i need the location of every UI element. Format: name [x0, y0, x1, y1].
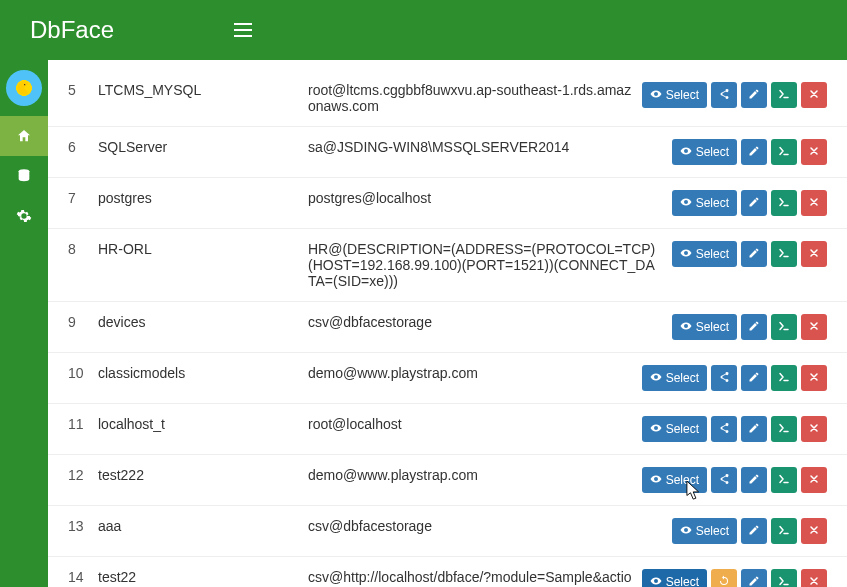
- delete-button[interactable]: [801, 518, 827, 544]
- edit-icon: [748, 320, 760, 335]
- select-button[interactable]: Select: [672, 314, 737, 340]
- connection-name: HR-ORL: [98, 241, 308, 257]
- row-index: 9: [68, 314, 98, 330]
- terminal-button[interactable]: [771, 241, 797, 267]
- row-index: 7: [68, 190, 98, 206]
- close-icon: [808, 247, 820, 262]
- delete-button[interactable]: [801, 467, 827, 493]
- share-icon: [718, 422, 730, 437]
- edit-button[interactable]: [741, 518, 767, 544]
- edit-button[interactable]: [741, 365, 767, 391]
- terminal-button[interactable]: [771, 139, 797, 165]
- terminal-icon: [778, 422, 790, 437]
- user-avatar[interactable]: [6, 70, 42, 106]
- select-button[interactable]: Select: [642, 467, 707, 493]
- connection-string: HR@(DESCRIPTION=(ADDRESS=(PROTOCOL=TCP)(…: [308, 241, 672, 289]
- row-actions: Select: [672, 190, 827, 216]
- edit-button[interactable]: [741, 416, 767, 442]
- sidebar-item-settings[interactable]: [0, 196, 48, 236]
- edit-button[interactable]: [741, 241, 767, 267]
- delete-button[interactable]: [801, 314, 827, 340]
- eye-icon: [680, 524, 692, 539]
- table-row: 6 SQLServer sa@JSDING-WIN8\MSSQLSERVER20…: [48, 127, 847, 178]
- close-icon: [808, 575, 820, 588]
- terminal-button[interactable]: [771, 190, 797, 216]
- share-button[interactable]: [711, 82, 737, 108]
- edit-icon: [748, 524, 760, 539]
- edit-icon: [748, 196, 760, 211]
- select-button[interactable]: Select: [642, 416, 707, 442]
- eye-icon: [680, 145, 692, 160]
- share-button[interactable]: [711, 365, 737, 391]
- svg-point-0: [24, 84, 25, 85]
- edit-button[interactable]: [741, 569, 767, 587]
- connection-name: postgres: [98, 190, 308, 206]
- terminal-button[interactable]: [771, 416, 797, 442]
- select-button[interactable]: Select: [642, 365, 707, 391]
- delete-button[interactable]: [801, 139, 827, 165]
- terminal-icon: [778, 524, 790, 539]
- share-icon: [718, 473, 730, 488]
- edit-icon: [748, 88, 760, 103]
- delete-button[interactable]: [801, 190, 827, 216]
- edit-button[interactable]: [741, 467, 767, 493]
- row-index: 11: [68, 416, 98, 432]
- row-actions: Select: [642, 416, 827, 442]
- close-icon: [808, 196, 820, 211]
- row-index: 6: [68, 139, 98, 155]
- row-index: 14: [68, 569, 98, 585]
- terminal-button[interactable]: [771, 82, 797, 108]
- terminal-icon: [778, 371, 790, 386]
- terminal-button[interactable]: [771, 569, 797, 587]
- edit-button[interactable]: [741, 82, 767, 108]
- share-button[interactable]: [711, 416, 737, 442]
- select-button[interactable]: Select: [672, 518, 737, 544]
- edit-button[interactable]: [741, 190, 767, 216]
- delete-button[interactable]: [801, 365, 827, 391]
- close-icon: [808, 371, 820, 386]
- edit-icon: [748, 575, 760, 588]
- connection-name: test22: [98, 569, 308, 585]
- connection-string: sa@JSDING-WIN8\MSSQLSERVER2014: [308, 139, 672, 155]
- select-button[interactable]: Select: [642, 569, 707, 587]
- select-button[interactable]: Select: [672, 190, 737, 216]
- eye-icon: [680, 320, 692, 335]
- row-index: 10: [68, 365, 98, 381]
- edit-button[interactable]: [741, 314, 767, 340]
- brand-label: DbFace: [30, 16, 114, 44]
- refresh-button[interactable]: [711, 569, 737, 587]
- terminal-icon: [778, 88, 790, 103]
- app-header: DbFace: [0, 0, 847, 60]
- connection-string: csv@http://localhost/dbface/?module=Samp…: [308, 569, 642, 587]
- eye-icon: [650, 88, 662, 103]
- terminal-button[interactable]: [771, 365, 797, 391]
- terminal-icon: [778, 247, 790, 262]
- menu-toggle-button[interactable]: [234, 23, 252, 37]
- connection-string: demo@www.playstrap.com: [308, 365, 642, 381]
- select-button[interactable]: Select: [672, 139, 737, 165]
- row-actions: Select: [642, 467, 827, 493]
- edit-button[interactable]: [741, 139, 767, 165]
- row-index: 12: [68, 467, 98, 483]
- eye-icon: [650, 422, 662, 437]
- delete-button[interactable]: [801, 241, 827, 267]
- select-label: Select: [666, 575, 699, 587]
- delete-button[interactable]: [801, 569, 827, 587]
- close-icon: [808, 320, 820, 335]
- connection-name: SQLServer: [98, 139, 308, 155]
- terminal-button[interactable]: [771, 518, 797, 544]
- terminal-button[interactable]: [771, 314, 797, 340]
- connection-string: postgres@localhost: [308, 190, 672, 206]
- select-button[interactable]: Select: [642, 82, 707, 108]
- share-button[interactable]: [711, 467, 737, 493]
- table-row: 10 classicmodels demo@www.playstrap.com …: [48, 353, 847, 404]
- delete-button[interactable]: [801, 82, 827, 108]
- sidebar-item-database[interactable]: [0, 156, 48, 196]
- terminal-button[interactable]: [771, 467, 797, 493]
- sidebar-item-home[interactable]: [0, 116, 48, 156]
- table-row: 8 HR-ORL HR@(DESCRIPTION=(ADDRESS=(PROTO…: [48, 229, 847, 302]
- table-row: 13 aaa csv@dbfacestorage Select: [48, 506, 847, 557]
- select-button[interactable]: Select: [672, 241, 737, 267]
- row-index: 8: [68, 241, 98, 257]
- delete-button[interactable]: [801, 416, 827, 442]
